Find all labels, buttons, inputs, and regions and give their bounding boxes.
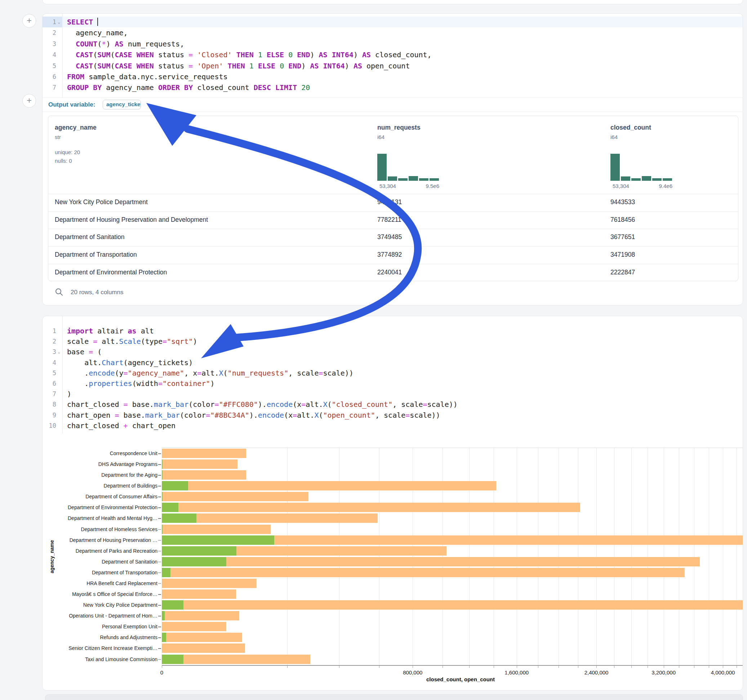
plot-top-border (162, 448, 743, 448)
x-minor-tick (679, 666, 679, 668)
cell-closed-count: 7618456 (611, 216, 635, 223)
text-cursor (97, 18, 98, 26)
y-axis-label: DHS Advantage Programs (60, 461, 157, 467)
bar-open-count (162, 513, 197, 523)
bar-open-count (162, 525, 163, 534)
output-variable-pill[interactable]: agency_tickets (103, 100, 141, 109)
output-variable-label: Output variable: (48, 101, 95, 109)
python-cell-card: 1import altair as alt2scale = alt.Scale(… (42, 316, 743, 691)
table-row[interactable]: Department of Environmental Protection22… (48, 264, 738, 281)
bar-closed-count (162, 449, 246, 458)
code-line: 4 CAST(SUM(CASE WHEN status = 'Closed' T… (42, 49, 742, 60)
bar-closed-count (162, 513, 378, 523)
y-tick (158, 616, 161, 617)
fold-chevron-icon[interactable]: ⌄ (57, 17, 63, 27)
y-tick (158, 486, 161, 486)
table-row[interactable]: Department of Transportation377489234719… (48, 246, 738, 264)
gridline (578, 448, 578, 665)
table-row[interactable]: Department of Sanitation37494853677651 (48, 229, 738, 247)
bar-open-count (162, 655, 183, 664)
sql-editor[interactable]: 1⌄SELECT 2 agency_name,3 COUNT(*) AS num… (42, 14, 742, 98)
bar-closed-count (162, 503, 580, 512)
y-tick (158, 507, 161, 508)
gridline (736, 448, 737, 665)
line-number: 7 (42, 82, 56, 93)
y-tick (158, 530, 161, 530)
y-axis-label: Department of Health and Mental Hyg… (60, 515, 157, 521)
code-text: ) (67, 389, 71, 399)
gridline (596, 448, 597, 665)
gridline (664, 448, 664, 665)
bar-open-count (162, 633, 166, 642)
x-minor-tick (631, 666, 632, 668)
bar-closed-count (162, 611, 239, 620)
y-tick (158, 562, 161, 563)
active-line-highlight (62, 17, 742, 27)
code-line: 3 COUNT(*) AS num_requests, (42, 39, 742, 49)
line-number: 6 (42, 379, 56, 389)
code-text: chart_closed = base.mark_bar(color="#FFC… (67, 399, 458, 410)
cell-closed-count: 9443533 (611, 198, 635, 206)
bar-closed-count (162, 492, 308, 501)
y-axis-label: Mayorâ€ s Office of Special Enforce… (60, 591, 157, 597)
code-line: 5 .encode(y="agency_name", x=alt.X("num_… (42, 368, 742, 379)
line-number: 4 (42, 49, 56, 60)
y-tick (158, 475, 161, 476)
x-minor-tick (596, 666, 597, 668)
gridline (494, 448, 494, 665)
bar-closed-count (162, 470, 246, 480)
line-number: 1 (42, 17, 56, 27)
code-text: .encode(y="agency_name", x=alt.X("num_re… (67, 368, 354, 379)
y-tick (158, 605, 161, 606)
cell-num-requests: 3774892 (377, 251, 402, 258)
fold-chevron-icon[interactable]: ⌄ (57, 347, 63, 357)
sql-cell-card: 1⌄SELECT 2 agency_name,3 COUNT(*) AS num… (42, 13, 743, 305)
code-text: base = ( (67, 347, 101, 357)
code-line: 6 .properties(width="container") (42, 379, 742, 389)
cell-num-requests: 7782211 (377, 216, 401, 223)
gridline (413, 448, 413, 665)
y-tick (158, 518, 161, 519)
table-row[interactable]: Department of Housing Preservation and D… (48, 211, 738, 229)
code-text: chart_open = base.mark_bar(color="#8BC34… (67, 410, 440, 421)
y-axis-label: Department of Homeless Services (60, 527, 157, 532)
gridline (679, 448, 679, 665)
python-editor[interactable]: 1import altair as alt2scale = alt.Scale(… (42, 316, 742, 433)
cell-agency-name: New York City Police Department (55, 198, 148, 206)
code-text: chart_closed + chart_open (67, 421, 175, 431)
line-number: 1 (42, 326, 56, 336)
bar-closed-count (162, 557, 700, 566)
x-minor-tick (413, 666, 413, 668)
gridline (647, 448, 648, 665)
bar-open-count (162, 546, 236, 556)
x-minor-tick (664, 666, 664, 668)
bar-closed-count (162, 481, 496, 490)
code-line: 7GROUP BY agency_name ORDER BY closed_co… (42, 82, 742, 93)
gridline (443, 448, 443, 665)
code-text: CAST(SUM(CASE WHEN status = 'Open' THEN … (67, 60, 410, 71)
table-row[interactable]: New York City Police Department945313194… (48, 194, 738, 212)
notebook-page: + + 1⌄SELECT 2 agency_name,3 COUNT(*) AS… (0, 0, 747, 700)
x-tick-label: 3,200,000 (652, 669, 676, 676)
search-icon[interactable] (55, 288, 64, 296)
bar-open-count (162, 470, 163, 480)
code-text: alt.Chart(agency_tickets) (67, 358, 193, 368)
add-cell-button-mid[interactable]: + (22, 94, 36, 108)
gridline (723, 448, 723, 665)
x-minor-tick (443, 666, 443, 668)
code-line: 10chart_closed + chart_open (42, 421, 742, 431)
line-number: 8 (42, 399, 56, 410)
code-text: SELECT (67, 17, 98, 27)
x-minor-tick (709, 666, 709, 668)
line-number: 10 (42, 421, 56, 431)
bar-closed-count (162, 568, 685, 577)
y-tick (158, 551, 161, 552)
code-text: scale = alt.Scale(type="sqrt") (67, 336, 197, 347)
divider (42, 112, 742, 112)
bar-closed-count (162, 459, 237, 469)
x-minor-tick (736, 666, 737, 668)
add-cell-button-top[interactable]: + (22, 14, 36, 28)
x-tick-label: 0 (160, 669, 163, 676)
gridline (517, 448, 517, 665)
x-minor-tick (494, 666, 494, 668)
